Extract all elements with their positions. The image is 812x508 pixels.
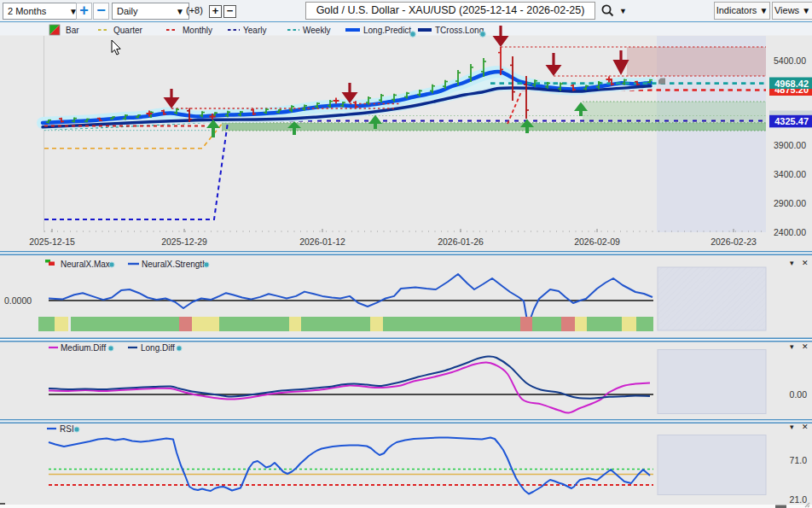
svg-text:Quarter: Quarter (113, 26, 143, 35)
svg-text:2026-02-23: 2026-02-23 (710, 236, 757, 247)
svg-text:Monthly: Monthly (183, 26, 212, 35)
svg-text:NeuralX.Max: NeuralX.Max (61, 260, 110, 269)
svg-text:0.00: 0.00 (790, 389, 808, 400)
svg-text:▾: ▾ (790, 259, 794, 267)
svg-text:4325.47: 4325.47 (774, 116, 809, 126)
svg-text:0.0000: 0.0000 (4, 295, 32, 306)
svg-text:RSI: RSI (60, 424, 74, 434)
svg-text:✕: ✕ (802, 342, 809, 351)
svg-text:3400.00: 3400.00 (774, 169, 806, 179)
svg-text:3900.00: 3900.00 (774, 140, 806, 150)
svg-text:TCross.Long: TCross.Long (435, 26, 484, 35)
svg-text:Yearly: Yearly (243, 26, 266, 35)
svg-text:✕: ✕ (802, 259, 809, 267)
svg-text:✕: ✕ (802, 423, 809, 431)
svg-text:21.0: 21.0 (790, 494, 808, 505)
svg-text:▾: ▾ (790, 342, 794, 351)
svg-text:Medium.Diff: Medium.Diff (61, 343, 106, 353)
svg-text:4968.42: 4968.42 (774, 79, 809, 89)
svg-text:▾: ▾ (790, 423, 794, 431)
svg-text:71.0: 71.0 (790, 455, 808, 465)
svg-text:2026-01-12: 2026-01-12 (299, 236, 345, 247)
svg-text:2026-01-26: 2026-01-26 (438, 236, 484, 247)
svg-text:Bar: Bar (66, 26, 79, 35)
svg-text:5400.00: 5400.00 (774, 55, 806, 66)
svg-text:2025-12-29: 2025-12-29 (161, 236, 207, 247)
svg-text:2900.00: 2900.00 (774, 198, 806, 208)
svg-text:NeuralX.Strength: NeuralX.Strength (142, 260, 207, 269)
svg-text:Long.Predict: Long.Predict (363, 26, 411, 35)
svg-text:Long.Diff: Long.Diff (141, 343, 175, 353)
svg-text:Weekly: Weekly (303, 26, 331, 35)
svg-text:2026-02-09: 2026-02-09 (574, 236, 620, 247)
svg-text:2400.00: 2400.00 (774, 227, 806, 237)
svg-text:2025-12-15: 2025-12-15 (29, 236, 75, 247)
